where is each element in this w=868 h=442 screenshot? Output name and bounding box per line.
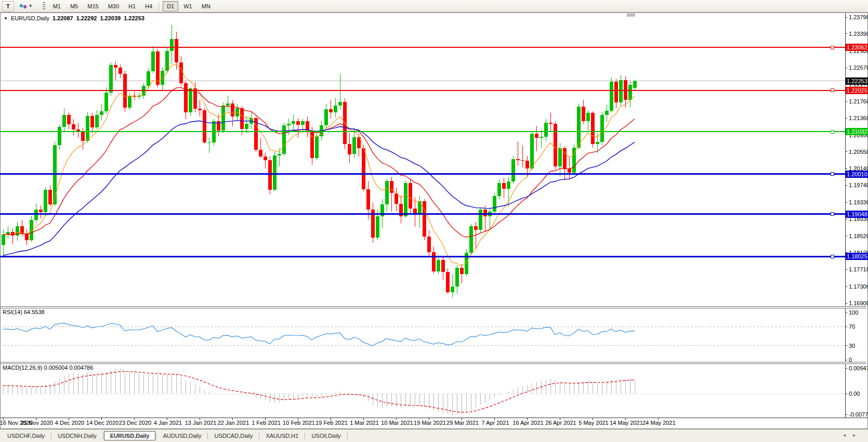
ma-fast bbox=[3, 64, 635, 266]
date-axis-label: 1 Mar 2021 bbox=[346, 420, 383, 426]
date-axis-label: 10 Feb 2021 bbox=[281, 420, 317, 426]
price-axis-label: 1.23390 bbox=[849, 31, 868, 37]
date-axis-line bbox=[1, 418, 867, 418]
hline-anchor[interactable] bbox=[831, 213, 834, 216]
date-axis-label: 19 Feb 2021 bbox=[313, 420, 350, 426]
tab-separator bbox=[51, 433, 51, 439]
date-axis-label: 7 Apr 2021 bbox=[477, 420, 514, 426]
rsi-label: RSI(14) 64.5538 bbox=[3, 309, 45, 315]
chart-symbol-period: EURUSD,Daily bbox=[11, 15, 49, 21]
date-axis-label: 19 Mar 2021 bbox=[412, 420, 448, 426]
chart-title: ▼ EURUSD,Daily 1.22087 1.22292 1.22039 1… bbox=[4, 15, 144, 21]
rsi-tick bbox=[845, 345, 847, 346]
current-price-badge: 1.22253 bbox=[846, 77, 868, 85]
macd-tick bbox=[845, 414, 847, 415]
date-axis-label: 22 Jan 2021 bbox=[215, 420, 252, 426]
price-tick bbox=[845, 33, 847, 34]
date-axis-label: 29 Mar 2021 bbox=[444, 420, 481, 426]
ohlc-low: 1.22039 bbox=[100, 15, 121, 21]
ma-slow bbox=[3, 121, 635, 255]
tab-separator bbox=[207, 433, 208, 439]
price-axis-label: 1.23790 bbox=[849, 14, 868, 20]
date-axis-label: 14 Dec 2020 bbox=[84, 420, 121, 426]
price-tick bbox=[845, 151, 847, 152]
chart-tab-bar: USDCHF,DailyUSDCNH,DailyEURUSD,DailyAUDU… bbox=[0, 429, 868, 442]
price-axis-label: 1.17710 bbox=[849, 266, 868, 272]
date-axis-label: 24 May 2021 bbox=[641, 420, 677, 426]
date-axis-label: 13 Jan 2021 bbox=[182, 420, 219, 426]
price-axis-label: 1.18520 bbox=[849, 233, 868, 239]
price-line-badge: 1.20010 bbox=[846, 171, 868, 178]
tab-separator bbox=[103, 433, 103, 439]
date-axis-label: 25 Nov 2020 bbox=[19, 420, 55, 426]
chart-hscroll-thumb[interactable] bbox=[627, 14, 635, 17]
price-tick bbox=[845, 118, 847, 119]
tab-scroll-left-icon[interactable]: ◂ bbox=[843, 432, 853, 438]
hline-anchor[interactable] bbox=[831, 46, 834, 49]
price-tick bbox=[845, 236, 847, 236]
chart-menu-caret-icon[interactable]: ▼ bbox=[4, 16, 8, 21]
price-axis-label: 1.17300 bbox=[849, 283, 868, 290]
tab-separator bbox=[347, 433, 348, 439]
date-axis-label: 16 Apr 2021 bbox=[510, 420, 546, 426]
date-axis-label: 26 Apr 2021 bbox=[543, 420, 579, 426]
ohlc-high: 1.22292 bbox=[76, 15, 97, 21]
price-axis-label: 1.16900 bbox=[849, 300, 868, 306]
tab-scroll-right-icon[interactable]: ▸ bbox=[853, 432, 863, 438]
price-tick bbox=[845, 287, 847, 287]
chart-tab-eurusd[interactable]: EURUSD,Daily bbox=[104, 431, 156, 440]
price-axis-label: 1.19740 bbox=[849, 182, 868, 188]
price-line-badge: 1.23062 bbox=[846, 44, 868, 51]
price-axis-label: 1.22570 bbox=[849, 64, 868, 71]
price-axis-label: 1.19330 bbox=[849, 199, 868, 205]
price-axis-label: 1.21360 bbox=[849, 115, 868, 121]
moving-averages bbox=[3, 64, 635, 266]
chart-tab-usdcnh[interactable]: USDCNH,Daily bbox=[52, 432, 102, 440]
price-tick bbox=[845, 68, 847, 68]
macd-axis-label: -0.007778 bbox=[849, 411, 868, 418]
macd-tick bbox=[845, 368, 847, 369]
price-line-badge: 1.19048 bbox=[846, 211, 868, 218]
hline-anchor[interactable] bbox=[831, 255, 834, 258]
price-tick bbox=[845, 219, 847, 219]
macd-label: MACD(12,26,9) 0.005004 0.004786 bbox=[3, 365, 93, 371]
hline-anchor[interactable] bbox=[831, 89, 834, 92]
macd-tick bbox=[845, 394, 847, 394]
terminal-screen: T ▼ M1M5M15M30H1H4D1W1MN ▼ EURUSD,Daily … bbox=[0, 0, 868, 442]
chart-tab-usoil[interactable]: USOil,Daily bbox=[306, 432, 346, 440]
price-line-badge: 1.22025 bbox=[846, 87, 868, 94]
tab-scroll-arrows: ◂▸ bbox=[843, 432, 863, 438]
date-axis-label: 14 May 2021 bbox=[608, 420, 645, 426]
rsi-tick bbox=[845, 327, 847, 327]
price-tick bbox=[845, 101, 847, 102]
price-tick bbox=[845, 202, 847, 203]
chart-tab-usdcad[interactable]: USDCAD,Daily bbox=[208, 432, 258, 440]
chart-tab-xauusd[interactable]: XAUUSD,H1 bbox=[260, 432, 304, 440]
rsi-tick bbox=[845, 313, 847, 313]
price-tick bbox=[845, 303, 847, 304]
price-line-badge: 1.21032 bbox=[846, 128, 868, 135]
rsi-panel-splitter[interactable] bbox=[1, 306, 866, 308]
macd-signal-line bbox=[3, 371, 635, 412]
rsi-axis-label: 30 bbox=[849, 343, 855, 349]
date-axis-label: 10 Mar 2021 bbox=[379, 420, 415, 426]
hline-anchor[interactable] bbox=[831, 173, 834, 176]
date-axis-label: 4 Jan 2021 bbox=[150, 420, 186, 426]
rsi-line bbox=[3, 323, 635, 346]
price-axis-label: 1.20550 bbox=[849, 149, 868, 155]
date-axis-label: 23 Dec 2020 bbox=[117, 420, 153, 426]
chart-tab-usdchf[interactable]: USDCHF,Daily bbox=[2, 432, 50, 440]
price-axis-label: 1.21760 bbox=[849, 98, 868, 105]
ohlc-close: 1.22253 bbox=[124, 15, 144, 21]
chart-tab-audusd[interactable]: AUDUSD,Daily bbox=[157, 432, 207, 440]
price-tick bbox=[845, 269, 847, 270]
macd-panel-splitter[interactable] bbox=[1, 362, 866, 364]
price-tick bbox=[845, 168, 847, 169]
rsi-tick bbox=[845, 360, 847, 360]
macd-histogram bbox=[3, 369, 635, 415]
price-tick bbox=[845, 17, 847, 18]
hline-anchor[interactable] bbox=[831, 130, 834, 133]
date-axis-label: 4 Dec 2020 bbox=[51, 420, 88, 426]
price-tick bbox=[845, 185, 847, 186]
tab-separator bbox=[156, 433, 156, 439]
